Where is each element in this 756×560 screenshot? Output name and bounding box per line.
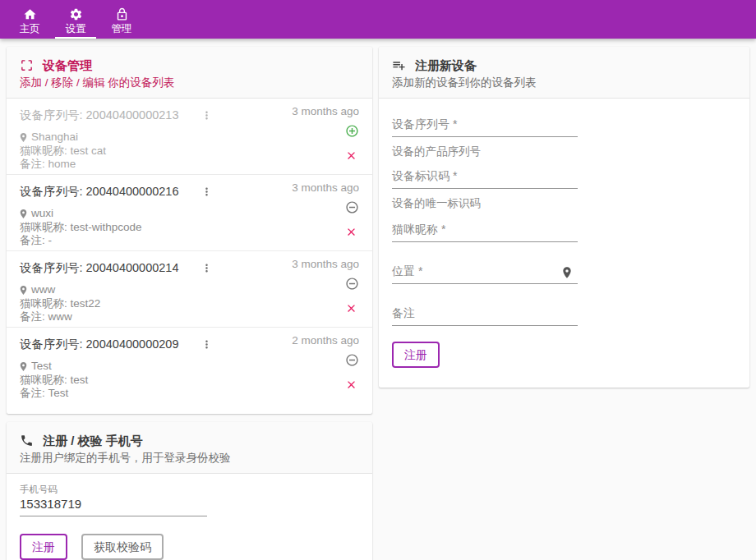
- phone-verify-card: 注册 / 校验 手机号 注册用户绑定的手机号，用于登录身份校验 手机号码 注册 …: [7, 422, 372, 560]
- more-vert-icon[interactable]: [201, 109, 213, 122]
- device-nickname: 猫咪昵称: test22: [20, 297, 274, 311]
- device-register-button[interactable]: 注册: [392, 342, 440, 368]
- register-device-card: 注册新设备 添加新的设备到你的设备列表 设备序列号 * 设备的产品序列号 设备标…: [379, 47, 749, 388]
- device-time: 2 months ago: [292, 333, 359, 347]
- device-note: 备注: -: [20, 234, 274, 248]
- main-content: 设备管理 添加 / 移除 / 编辑 你的设备列表 设备序列号: 20040400…: [0, 39, 756, 560]
- device-time: 3 months ago: [292, 257, 359, 271]
- get-verify-code-button[interactable]: 获取校验码: [81, 534, 164, 560]
- device-nickname: 猫咪昵称: test: [20, 374, 274, 388]
- location-pin-icon: [18, 209, 29, 219]
- device-time: 3 months ago: [292, 104, 359, 118]
- device-code-field-label: 设备标识码 *: [392, 169, 457, 182]
- top-navbar: 主页 设置 管理: [0, 0, 756, 39]
- device-location: Shanghai: [31, 131, 78, 145]
- location-pin-icon: [18, 132, 29, 143]
- device-code-helper: 设备的唯一标识码: [392, 197, 736, 210]
- location-field-label: 位置 *: [392, 264, 422, 278]
- cat-nickname-field-label: 猫咪昵称 *: [392, 223, 445, 236]
- close-icon[interactable]: [345, 379, 357, 391]
- device-location: Test: [31, 360, 52, 374]
- register-card-subtitle: 添加新的设备到你的设备列表: [392, 76, 736, 90]
- device-row: 设备序列号: 20040400000216 wuxi 猫咪昵称: test-wi…: [7, 175, 372, 251]
- note-field-label: 备注: [392, 306, 415, 319]
- right-column: 注册新设备 添加新的设备到你的设备列表 设备序列号 * 设备的产品序列号 设备标…: [379, 47, 749, 388]
- device-serial: 设备序列号: 20040400000216: [20, 184, 178, 200]
- phone-card-subtitle: 注册用户绑定的手机号，用于登录身份校验: [20, 451, 359, 465]
- note-field[interactable]: 备注: [392, 305, 578, 326]
- phone-number-label: 手机号码: [20, 484, 359, 495]
- device-time: 3 months ago: [292, 181, 359, 195]
- add-circle-icon[interactable]: [345, 124, 359, 138]
- device-row: 设备序列号: 20040400000209 Test 猫咪昵称: test 备注…: [7, 328, 372, 414]
- more-vert-icon[interactable]: [201, 338, 213, 351]
- device-card-title: 设备管理: [43, 57, 92, 73]
- close-icon[interactable]: [345, 226, 357, 238]
- cat-nickname-field[interactable]: 猫咪昵称 *: [392, 222, 578, 242]
- device-row: 设备序列号: 20040400000214 www 猫咪昵称: test22 备…: [7, 251, 372, 328]
- more-vert-icon[interactable]: [201, 262, 213, 274]
- device-serial: 设备序列号: 20040400000209: [20, 337, 178, 352]
- device-note: 备注: home: [20, 158, 274, 172]
- more-vert-icon[interactable]: [201, 186, 213, 198]
- nav-item-home-label: 主页: [20, 23, 40, 34]
- location-pin-icon[interactable]: [560, 266, 574, 279]
- device-code-field[interactable]: 设备标识码 *: [392, 168, 578, 189]
- nav-item-settings[interactable]: 设置: [53, 0, 99, 39]
- phone-card-header: 注册 / 校验 手机号 注册用户绑定的手机号，用于登录身份校验: [7, 422, 372, 474]
- phone-card-title: 注册 / 校验 手机号: [43, 433, 143, 448]
- device-location: www: [31, 283, 55, 297]
- lock-icon: [115, 7, 129, 21]
- device-serial: 设备序列号: 20040400000213: [20, 108, 178, 123]
- device-location: wuxi: [31, 207, 53, 221]
- device-serial-field[interactable]: 设备序列号 *: [392, 117, 578, 137]
- device-nickname: 猫咪昵称: test-withpcode: [20, 221, 274, 235]
- register-card-header: 注册新设备 添加新的设备到你的设备列表: [379, 47, 749, 99]
- remove-circle-icon[interactable]: [345, 200, 359, 214]
- device-card-subtitle: 添加 / 移除 / 编辑 你的设备列表: [20, 76, 359, 90]
- playlist-add-icon: [392, 58, 406, 72]
- device-serial-helper: 设备的产品序列号: [392, 145, 736, 158]
- home-icon: [23, 7, 37, 21]
- location-field[interactable]: 位置 *: [392, 264, 578, 284]
- phone-number-input[interactable]: [20, 495, 207, 516]
- gear-icon: [69, 7, 83, 21]
- remove-circle-icon[interactable]: [345, 353, 359, 367]
- close-icon[interactable]: [345, 302, 357, 314]
- register-card-title: 注册新设备: [415, 57, 477, 73]
- nav-item-home[interactable]: 主页: [7, 0, 53, 39]
- nav-item-settings-label: 设置: [66, 23, 86, 34]
- device-card-header: 设备管理 添加 / 移除 / 编辑 你的设备列表: [7, 47, 372, 99]
- remove-circle-icon[interactable]: [345, 277, 359, 291]
- device-serial-field-label: 设备序列号 *: [392, 117, 457, 131]
- crop-free-icon: [20, 58, 34, 72]
- device-note: 备注: www: [20, 310, 274, 324]
- nav-item-admin-label: 管理: [112, 23, 132, 34]
- phone-register-button[interactable]: 注册: [20, 534, 67, 560]
- device-nickname: 猫咪昵称: test cat: [20, 145, 274, 158]
- device-row: 设备序列号: 20040400000213 Shanghai 猫咪昵称: tes…: [7, 99, 372, 175]
- device-note: 备注: Test: [20, 387, 274, 401]
- nav-item-admin[interactable]: 管理: [99, 0, 145, 39]
- left-column: 设备管理 添加 / 移除 / 编辑 你的设备列表 设备序列号: 20040400…: [7, 47, 372, 560]
- device-management-card: 设备管理 添加 / 移除 / 编辑 你的设备列表 设备序列号: 20040400…: [7, 47, 372, 414]
- phone-icon: [20, 434, 34, 448]
- location-pin-icon: [18, 361, 29, 372]
- close-icon[interactable]: [345, 149, 357, 162]
- location-pin-icon: [18, 285, 29, 296]
- device-serial: 设备序列号: 20040400000214: [20, 260, 178, 276]
